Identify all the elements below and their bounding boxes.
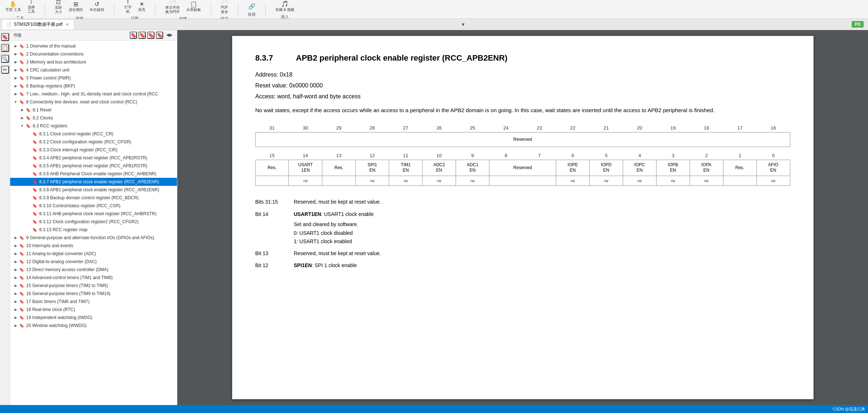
- tree-icon-item-8-3-11: 🔖: [32, 211, 38, 217]
- sidebar-tree-item-item-11[interactable]: ▶🔖11 Analog-to-digital converter (ADC): [10, 250, 177, 258]
- sidebar-icon-3[interactable]: 🔖: [147, 32, 154, 39]
- sidebar-tree-item-item-8-3-10[interactable]: 🔖8.3.10 Control/status register (RCC_CSR…: [10, 202, 177, 210]
- pdf-page[interactable]: 8.3.7 APB2 peripheral clock enable regis…: [232, 36, 814, 399]
- sidebar-tree-item-item-15[interactable]: ▶🔖15 General-purpose timers (TIM2 to TIM…: [10, 282, 177, 290]
- convert-pdf-button[interactable]: 📄 将文件转换为PDF: [163, 0, 182, 15]
- sidebar-tree-item-item-3[interactable]: ▶🔖3 Memory and bus architecture: [10, 58, 177, 66]
- clipboard-button[interactable]: 📋 从剪贴板: [184, 0, 203, 13]
- tree-toggle-item-8-3-3[interactable]: [26, 147, 31, 152]
- sidebar-tree-item-item-8-3-13[interactable]: 🔖8.3.13 RCC register map: [10, 226, 177, 234]
- tree-toggle-item-8-2[interactable]: ▶: [20, 115, 25, 120]
- tree-toggle-item-5[interactable]: ▶: [13, 75, 18, 81]
- tab-dropdown[interactable]: ▼: [458, 20, 468, 29]
- tree-toggle-item-8-3-11[interactable]: [26, 211, 31, 216]
- highlight-button[interactable]: ☀ 高亮: [136, 0, 148, 13]
- tree-toggle-item-12[interactable]: ▶: [13, 259, 18, 264]
- tree-toggle-item-2[interactable]: ▶: [13, 52, 18, 57]
- tree-toggle-item-8-3-5[interactable]: [26, 163, 31, 168]
- sidebar-tree-item-item-8-2[interactable]: ▶🔖8.2 Clocks: [10, 114, 177, 122]
- tree-toggle-item-15[interactable]: ▶: [13, 283, 18, 288]
- tree-toggle-item-8-3-13[interactable]: [26, 227, 31, 232]
- hand-tool-button[interactable]: ✋ 手型 工具: [3, 0, 24, 13]
- typewriter-button[interactable]: T 打字机: [122, 0, 134, 15]
- tree-toggle-item-8-3-7[interactable]: [26, 179, 31, 184]
- sidebar-tree-item-item-8-3-7[interactable]: 🔖8.3.7 APB2 peripheral clock enable regi…: [10, 178, 177, 186]
- rotate-button[interactable]: ↺ 向右旋转: [87, 0, 107, 13]
- tab-close-button[interactable]: ✕: [65, 22, 70, 27]
- tree-toggle-item-4[interactable]: ▶: [13, 68, 18, 73]
- sidebar-icon-1[interactable]: 🔖: [130, 32, 137, 39]
- tree-toggle-item-14[interactable]: ▶: [13, 275, 18, 280]
- sidebar-tree-item-item-17[interactable]: ▶🔖17 Basic timers (TIM6 and TIM7): [10, 298, 177, 306]
- sidebar-tree-item-item-10[interactable]: ▶🔖10 Interrupts and events: [10, 242, 177, 250]
- tree-toggle-item-1[interactable]: ▶: [13, 44, 18, 49]
- sidebar-tree-item-item-8-3[interactable]: ▼🔖8.3 RCC registers: [10, 122, 177, 130]
- tree-toggle-item-8-3-4[interactable]: [26, 155, 31, 160]
- sidebar-tree-item-item-6[interactable]: ▶🔖6 Backup registers (BKP): [10, 82, 177, 90]
- sidebar-tree-item-item-8-3-8[interactable]: 🔖8.3.8 APB1 peripheral clock enable regi…: [10, 186, 177, 194]
- sidebar-tree-item-item-14[interactable]: ▶🔖14 Advanced-control timers (TIM1 and T…: [10, 274, 177, 282]
- tree-toggle-item-3[interactable]: ▶: [13, 60, 18, 65]
- tree-toggle-item-16[interactable]: ▶: [13, 291, 18, 296]
- tree-toggle-item-8-3-2[interactable]: [26, 139, 31, 144]
- sidebar-tree-item-item-16[interactable]: ▶🔖16 General-purpose timers (TIM9 to TIM…: [10, 290, 177, 298]
- sidebar-tree-item-item-9[interactable]: ▶🔖9 General-purpose and alternate-functi…: [10, 234, 177, 242]
- sidebar-tree-item-item-8-3-2[interactable]: 🔖8.3.2 Clock configuration register (RCC…: [10, 138, 177, 146]
- sidebar-tree-item-item-2[interactable]: ▶🔖2 Documentation conventions: [10, 50, 177, 58]
- tree-toggle-item-8-3-8[interactable]: [26, 187, 31, 192]
- sidebar-icon-2[interactable]: 🔖: [138, 32, 146, 39]
- select-tool-button[interactable]: ↕ 选择工具: [25, 0, 37, 15]
- sidebar-tree-item-item-8[interactable]: ▼🔖8 Connectivity line devices: reset and…: [10, 98, 177, 106]
- tree-toggle-item-8-3-6[interactable]: [26, 171, 31, 176]
- tree-toggle-item-8-3-12[interactable]: [26, 219, 31, 224]
- actual-size-button[interactable]: ⊡ 实际大小: [52, 0, 65, 15]
- tree-toggle-item-18[interactable]: ▶: [13, 307, 18, 312]
- link-button[interactable]: 🔗: [246, 2, 258, 11]
- tree-toggle-item-6[interactable]: ▶: [13, 83, 18, 89]
- sidebar-tree-item-item-8-3-6[interactable]: 🔖8.3.6 AHB Peripheral Clock enable regis…: [10, 170, 177, 178]
- tree-toggle-item-8[interactable]: ▼: [13, 99, 18, 105]
- tree-toggle-item-8-3-1[interactable]: [26, 131, 31, 136]
- tree-toggle-item-17[interactable]: ▶: [13, 299, 18, 304]
- audio-video-button[interactable]: 🎵 音频 & 视频: [273, 0, 297, 13]
- pd-action-button[interactable]: PD: [852, 21, 864, 28]
- sidebar-tree[interactable]: ▶🔖1 Overview of the manual▶🔖2 Documentat…: [10, 41, 177, 405]
- tree-toggle-item-8-3-10[interactable]: [26, 203, 31, 208]
- sidebar-tree-item-item-20[interactable]: ▶🔖20 Window watchdog (WWDG): [10, 322, 177, 330]
- tree-toggle-item-20[interactable]: ▶: [13, 323, 18, 328]
- sidebar-tree-item-item-19[interactable]: ▶🔖19 Independent watchdog (IWDG): [10, 314, 177, 322]
- pdf-sign-button[interactable]: 📄 PDF签名: [218, 0, 231, 15]
- tree-toggle-item-19[interactable]: ▶: [13, 315, 18, 320]
- sidebar-tree-item-item-8-3-3[interactable]: 🔖8.3.3 Clock interrupt register (RCC_CIR…: [10, 146, 177, 154]
- sidebar-collapse-btn[interactable]: ◀▶: [165, 32, 174, 39]
- tree-toggle-item-8-3-9[interactable]: [26, 195, 31, 200]
- bookmark-icon-btn[interactable]: 🔖: [1, 33, 9, 41]
- sidebar-tree-item-item-7[interactable]: ▶🔖7 Low-, medium-, high- and XL-density …: [10, 90, 177, 98]
- annotation-panel-btn[interactable]: ✏: [1, 66, 9, 74]
- tree-toggle-item-8-1[interactable]: ▶: [20, 107, 25, 113]
- sidebar-tree-item-item-5[interactable]: ▶🔖5 Power control (PWR): [10, 74, 177, 82]
- sidebar-tree-item-item-8-1[interactable]: ▶🔖8.1 Reset: [10, 106, 177, 114]
- search-panel-btn[interactable]: 🔍: [1, 55, 9, 63]
- sidebar-tree-item-item-4[interactable]: ▶🔖4 CRC calculation unit: [10, 66, 177, 74]
- tree-toggle-item-7[interactable]: ▶: [13, 91, 18, 97]
- sidebar-tree-item-item-8-3-9[interactable]: 🔖8.3.9 Backup domain control register (R…: [10, 194, 177, 202]
- sidebar-tree-item-item-8-3-1[interactable]: 🔖8.3.1 Clock control register (RCC_CR): [10, 130, 177, 138]
- sidebar-tree-item-item-8-3-5[interactable]: 🔖8.3.5 APB1 peripheral reset register (R…: [10, 162, 177, 170]
- sidebar-tree-item-item-8-3-11[interactable]: 🔖8.3.11 AHB peripheral clock reset regis…: [10, 210, 177, 218]
- sidebar-tree-item-item-8-3-12[interactable]: 🔖8.3.12 Clock configuration register2 (R…: [10, 218, 177, 226]
- sidebar-tree-item-item-13[interactable]: ▶🔖13 Direct memory access controller (DM…: [10, 266, 177, 274]
- tree-toggle-item-13[interactable]: ▶: [13, 267, 18, 272]
- sidebar-tree-item-item-1[interactable]: ▶🔖1 Overview of the manual: [10, 42, 177, 50]
- tree-toggle-item-10[interactable]: ▶: [13, 243, 18, 248]
- tab-pdf[interactable]: 📄 STM32F103数据手册.pdf ✕: [1, 19, 74, 29]
- sidebar-tree-item-item-18[interactable]: ▶🔖18 Real-time clock (RTC): [10, 306, 177, 314]
- sidebar-tree-item-item-12[interactable]: ▶🔖12 Digital-to-analog converter (DAC): [10, 258, 177, 266]
- fit-view-button[interactable]: ⊞ 适合视区: [66, 0, 86, 13]
- tree-toggle-item-9[interactable]: ▶: [13, 235, 18, 240]
- sidebar-tree-item-item-8-3-4[interactable]: 🔖8.3.4 APB2 peripheral reset register (R…: [10, 154, 177, 162]
- sidebar-icon-4[interactable]: 🔖: [156, 32, 163, 39]
- page-view-btn[interactable]: 📋: [1, 44, 9, 52]
- tree-toggle-item-11[interactable]: ▶: [13, 251, 18, 256]
- tree-toggle-item-8-3[interactable]: ▼: [20, 123, 25, 128]
